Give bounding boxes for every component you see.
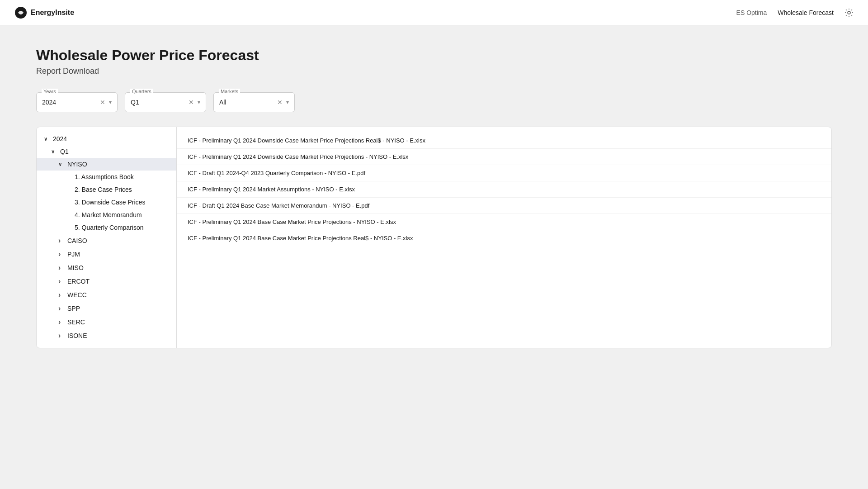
logo-text: EnergyInsite bbox=[31, 9, 74, 17]
tree-toggle-q1: ∨ bbox=[51, 149, 58, 155]
years-label: Years bbox=[42, 89, 58, 94]
quarters-label: Quarters bbox=[130, 89, 153, 94]
tree-item-nyiso[interactable]: ∨NYISO bbox=[37, 158, 176, 171]
tree-item-downside[interactable]: 3. Downside Case Prices bbox=[37, 196, 176, 209]
markets-clear-icon[interactable]: ✕ bbox=[277, 99, 283, 105]
tree-toggle-nyiso: ∨ bbox=[58, 161, 66, 167]
years-filter[interactable]: Years 2024 ✕ ▾ bbox=[36, 92, 118, 112]
tree-toggle-isone: › bbox=[58, 332, 66, 340]
files-panel: ICF - Preliminary Q1 2024 Downside Case … bbox=[177, 127, 831, 348]
tree-item-quarterly[interactable]: 5. Quarterly Comparison bbox=[37, 221, 176, 234]
tree-label-wecc: WECC bbox=[67, 291, 87, 299]
nav-es-optima[interactable]: ES Optima bbox=[736, 9, 767, 16]
gear-icon[interactable] bbox=[844, 8, 854, 17]
tree-label-q1: Q1 bbox=[60, 148, 69, 155]
tree-label-spp: SPP bbox=[67, 305, 80, 312]
logo-icon bbox=[14, 6, 27, 19]
tree-label-nyiso: NYISO bbox=[67, 161, 87, 168]
tree-item-pjm[interactable]: ›PJM bbox=[37, 247, 176, 261]
tree-label-caiso: CAISO bbox=[67, 237, 87, 244]
quarters-clear-icon[interactable]: ✕ bbox=[189, 99, 194, 105]
main-content: Wholesale Power Price Forecast Report Do… bbox=[0, 25, 868, 370]
svg-point-1 bbox=[848, 11, 850, 14]
tree-label-y2024: 2024 bbox=[53, 135, 67, 142]
quarters-select[interactable]: Q1 ✕ ▾ bbox=[125, 92, 206, 112]
quarters-value: Q1 bbox=[131, 99, 185, 106]
tree-label-isone: ISONE bbox=[67, 332, 87, 339]
logo-area: EnergyInsite bbox=[14, 6, 74, 19]
tree-item-serc[interactable]: ›SERC bbox=[37, 315, 176, 329]
tree-label-serc: SERC bbox=[67, 318, 85, 326]
tree-item-market_memo[interactable]: 4. Market Memorandum bbox=[37, 209, 176, 221]
file-item[interactable]: ICF - Draft Q1 2024-Q4 2023 Quarterly Co… bbox=[177, 165, 831, 181]
tree-toggle-wecc: › bbox=[58, 291, 66, 299]
content-area: ∨2024∨Q1∨NYISO1. Assumptions Book2. Base… bbox=[36, 127, 832, 348]
file-item[interactable]: ICF - Preliminary Q1 2024 Downside Case … bbox=[177, 133, 831, 149]
years-clear-icon[interactable]: ✕ bbox=[100, 99, 105, 105]
tree-item-caiso[interactable]: ›CAISO bbox=[37, 234, 176, 247]
tree-item-miso[interactable]: ›MISO bbox=[37, 261, 176, 275]
file-item[interactable]: ICF - Preliminary Q1 2024 Base Case Mark… bbox=[177, 230, 831, 246]
file-item[interactable]: ICF - Preliminary Q1 2024 Downside Case … bbox=[177, 149, 831, 165]
tree-item-base_case[interactable]: 2. Base Case Prices bbox=[37, 183, 176, 196]
page-subtitle: Report Download bbox=[36, 66, 832, 76]
markets-filter[interactable]: Markets All ✕ ▾ bbox=[213, 92, 295, 112]
file-item[interactable]: ICF - Draft Q1 2024 Base Case Market Mem… bbox=[177, 198, 831, 214]
markets-select[interactable]: All ✕ ▾ bbox=[213, 92, 295, 112]
tree-toggle-ercot: › bbox=[58, 277, 66, 285]
tree-label-market_memo: 4. Market Memorandum bbox=[75, 211, 142, 218]
tree-label-base_case: 2. Base Case Prices bbox=[75, 186, 132, 193]
quarters-filter[interactable]: Quarters Q1 ✕ ▾ bbox=[125, 92, 206, 112]
tree-toggle-y2024: ∨ bbox=[44, 136, 51, 142]
tree-panel: ∨2024∨Q1∨NYISO1. Assumptions Book2. Base… bbox=[37, 127, 177, 348]
tree-item-isone[interactable]: ›ISONE bbox=[37, 329, 176, 342]
tree-toggle-caiso: › bbox=[58, 237, 66, 245]
tree-item-spp[interactable]: ›SPP bbox=[37, 302, 176, 315]
tree-toggle-serc: › bbox=[58, 318, 66, 326]
page-title: Wholesale Power Price Forecast bbox=[36, 47, 832, 64]
filters-row: Years 2024 ✕ ▾ Quarters Q1 ✕ ▾ Markets A… bbox=[36, 92, 832, 112]
tree-label-pjm: PJM bbox=[67, 251, 80, 258]
header: EnergyInsite ES Optima Wholesale Forecas… bbox=[0, 0, 868, 25]
file-item[interactable]: ICF - Preliminary Q1 2024 Market Assumpt… bbox=[177, 181, 831, 198]
markets-label: Markets bbox=[219, 89, 240, 94]
file-item[interactable]: ICF - Preliminary Q1 2024 Base Case Mark… bbox=[177, 214, 831, 230]
nav-wholesale-forecast[interactable]: Wholesale Forecast bbox=[778, 9, 834, 16]
tree-item-ercot[interactable]: ›ERCOT bbox=[37, 275, 176, 288]
tree-item-assumptions[interactable]: 1. Assumptions Book bbox=[37, 171, 176, 183]
tree-label-quarterly: 5. Quarterly Comparison bbox=[75, 224, 144, 231]
tree-item-q1[interactable]: ∨Q1 bbox=[37, 145, 176, 158]
tree-item-y2024[interactable]: ∨2024 bbox=[37, 133, 176, 145]
quarters-arrow-icon[interactable]: ▾ bbox=[198, 99, 200, 105]
tree-label-ercot: ERCOT bbox=[67, 278, 90, 285]
years-arrow-icon[interactable]: ▾ bbox=[109, 99, 112, 105]
tree-toggle-pjm: › bbox=[58, 250, 66, 258]
tree-toggle-miso: › bbox=[58, 264, 66, 272]
header-nav: ES Optima Wholesale Forecast bbox=[736, 8, 854, 17]
tree-toggle-spp: › bbox=[58, 304, 66, 313]
years-select[interactable]: 2024 ✕ ▾ bbox=[36, 92, 118, 112]
tree-label-assumptions: 1. Assumptions Book bbox=[75, 173, 134, 180]
years-value: 2024 bbox=[42, 99, 96, 106]
tree-label-downside: 3. Downside Case Prices bbox=[75, 199, 145, 206]
markets-value: All bbox=[219, 99, 274, 106]
tree-item-wecc[interactable]: ›WECC bbox=[37, 288, 176, 302]
markets-arrow-icon[interactable]: ▾ bbox=[286, 99, 289, 105]
tree-label-miso: MISO bbox=[67, 264, 84, 271]
